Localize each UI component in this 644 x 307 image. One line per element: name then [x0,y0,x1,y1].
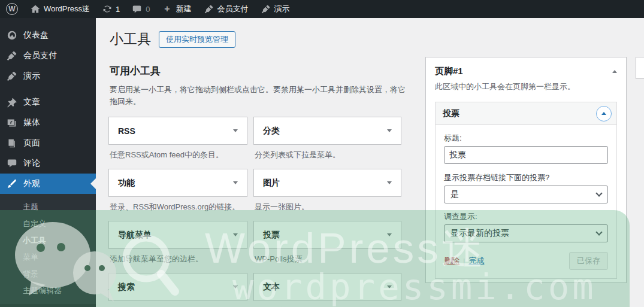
submenu-item-menus[interactable]: 菜单 [0,249,96,266]
footer1-widget-area-panel: 页脚#1 此区域中的小工具会在页脚第一栏显示。 投票 标题: 显示投票存档链接下… [425,57,627,283]
chevron-down-icon[interactable] [233,181,238,184]
new-label: 新建 [176,4,192,14]
plus-icon: + [162,4,173,14]
widget-card-text[interactable]: 文本 [253,273,401,301]
sidebar-item-demo[interactable]: 演示 [0,66,96,86]
footer1-panel-header[interactable]: 页脚#1 [435,66,617,77]
sidebar-item-label: 外观 [23,178,40,189]
widget-card-title: RSS [118,126,135,136]
chevron-down-icon[interactable] [387,129,392,132]
active-item-arrow [90,178,96,189]
widget-card-search[interactable]: 搜索 [108,273,247,301]
demo-label: 演示 [274,4,290,14]
sidebar-item-pages[interactable]: 页面 [0,133,96,153]
poll-widget-form: 标题: 显示投票存档链接下面的投票? 是 调查显示: 显示最新的投票 [436,125,616,278]
updates-icon [102,4,112,14]
widget-card-title: 导航菜单 [118,230,152,241]
submenu-item-customize[interactable]: 自定义 [0,215,96,232]
collapse-toggle-button[interactable] [596,106,612,121]
widget-card-description: WP-Polls投票 [255,254,401,265]
member-pay-label: 会员支付 [217,4,249,14]
sidebar-item-posts[interactable]: 文章 [0,92,96,113]
sidebar-item-member-pay[interactable]: 会员支付 [0,45,96,66]
widget-cell-search: 搜索 您站点的搜索框。 [108,273,247,307]
sidebar-item-dashboard[interactable]: 仪表盘 [0,25,96,45]
plugin-icon [204,4,214,14]
plugin-icon [6,71,17,82]
available-widgets-description: 要启用某一小工具，将它拖动到侧栏或点击它。要禁用某一小工具并删除其设置，将它拖回… [110,84,409,108]
chevron-down-icon[interactable] [233,233,238,236]
footer1-panel-description: 此区域中的小工具会在页脚第一栏显示。 [435,81,617,92]
plugin-icon [261,4,271,14]
next-widget-area-panel-edge [636,57,644,79]
demo-menu[interactable]: 演示 [255,0,296,18]
widget-card-meta[interactable]: 功能 [108,169,247,197]
widget-cell-text: 文本 任意文字。 [253,273,401,307]
collapse-arrow-icon[interactable] [612,70,617,73]
submenu-item-themes[interactable]: 主题 [0,199,96,215]
archive-field-label: 显示投票存档链接下面的投票? [444,172,608,183]
delete-link[interactable]: 删除 [444,256,459,266]
wordpress-logo-icon: W [6,3,18,15]
sidebar-item-appearance[interactable]: 外观 [0,174,96,194]
chevron-up-icon [601,112,606,115]
updates-menu[interactable]: 1 [96,0,126,18]
archive-select-value: 是 [451,189,459,200]
sidebar-item-label: 会员支付 [23,50,57,61]
chevron-down-icon[interactable] [387,285,392,288]
widget-cell-meta: 功能 登录、RSS和WordPress.org的链接。 [108,169,247,221]
widget-card-title: 搜索 [118,282,135,293]
chevron-down-icon[interactable] [233,129,238,132]
comments-icon [6,158,17,169]
page-title: 小工具 [110,30,151,48]
widget-cell-image: 图片 显示一张图片。 [253,169,401,221]
widget-card-nav-menu[interactable]: 导航菜单 [108,221,247,249]
widget-card-description: 登录、RSS和WordPress.org的链接。 [110,202,247,212]
widget-card-description: 添加导航菜单至您的边栏。 [110,254,247,265]
sidebar-item-label: 文章 [23,97,40,108]
wordpress-admin-widgets-page: W WordPress迷 1 0 + 新建 [0,0,644,307]
widget-card-rss[interactable]: RSS [108,117,247,145]
widget-card-description: 显示一张图片。 [255,202,401,212]
sidebar-item-label: 页面 [23,138,40,148]
chevron-down-icon[interactable] [387,181,392,184]
widget-card-categories[interactable]: 分类 [253,117,401,145]
title-field-label: 标题: [444,133,608,144]
home-icon [30,4,40,14]
wp-logo-menu[interactable]: W [0,0,24,18]
footer1-panel-title: 页脚#1 [435,66,463,77]
widget-card-title: 图片 [263,178,280,189]
done-link[interactable]: 完成 [468,256,484,266]
poll-display-field-label: 调查显示: [444,211,608,222]
poll-widget-header[interactable]: 投票 [436,102,616,125]
dashboard-icon [6,30,17,41]
submenu-item-background[interactable]: 背景 [0,266,96,282]
comments-menu[interactable]: 0 [126,0,156,18]
appearance-submenu: 主题 自定义 小工具 菜单 背景 主题编辑器 [0,194,96,304]
widget-card-image[interactable]: 图片 [253,169,401,197]
chevron-down-icon[interactable] [387,233,392,236]
widget-card-poll[interactable]: 投票 [253,221,401,249]
site-name-label: WordPress迷 [44,4,90,14]
chevron-down-icon[interactable] [233,285,238,288]
new-content-menu[interactable]: + 新建 [156,0,198,18]
site-name-menu[interactable]: WordPress迷 [24,0,96,18]
update-count-badge: 1 [116,5,120,14]
pushpin-icon [6,97,17,108]
poll-widget-box: 投票 标题: 显示投票存档链接下面的投票? 是 调查显示: [435,102,617,279]
sidebar-item-comments[interactable]: 评论 [0,153,96,174]
available-widgets-grid: RSS 任意RSS或Atom feed中的条目。 分类 分类列表或下拉是菜单。 … [108,117,403,307]
pages-icon [6,138,17,149]
submenu-item-theme-editor[interactable]: 主题编辑器 [0,282,96,299]
archive-select[interactable]: 是 [444,186,608,203]
submenu-item-widgets[interactable]: 小工具 [0,232,96,249]
poll-display-select[interactable]: 显示最新的投票 [444,224,608,242]
sidebar-item-label: 评论 [23,158,40,169]
sidebar-item-media[interactable]: 媒体 [0,113,96,133]
member-pay-menu[interactable]: 会员支付 [198,0,255,18]
live-preview-manage-button[interactable]: 使用实时预览管理 [159,31,235,48]
media-icon [6,117,17,129]
link-separator: | [463,257,465,266]
poll-title-input[interactable] [444,146,608,164]
poll-display-select-value: 显示最新的投票 [451,228,509,239]
